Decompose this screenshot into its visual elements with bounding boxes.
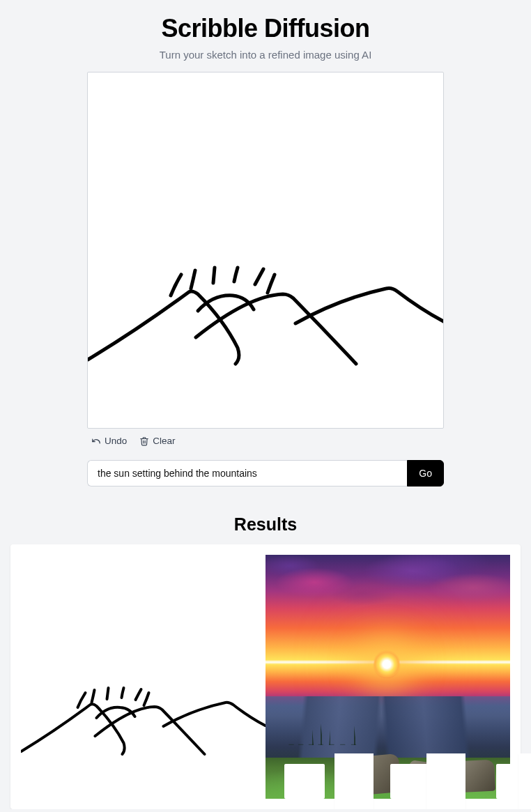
- clear-button[interactable]: Clear: [139, 436, 175, 446]
- thumbnail[interactable]: [426, 753, 465, 809]
- prompt-input[interactable]: [87, 460, 407, 487]
- undo-label: Undo: [105, 436, 127, 446]
- undo-button[interactable]: Undo: [91, 436, 127, 446]
- thumbnail[interactable]: [334, 753, 374, 809]
- canvas-actions: Undo Clear: [84, 429, 447, 446]
- result-sketch: [21, 555, 266, 799]
- page-title: Scribble Diffusion: [84, 14, 447, 43]
- thumbnail[interactable]: [284, 764, 325, 799]
- thumbnail[interactable]: [518, 753, 531, 809]
- prompt-row: Go: [87, 460, 444, 487]
- sketch-drawing: [88, 72, 444, 429]
- go-button[interactable]: Go: [407, 460, 444, 487]
- clear-label: Clear: [153, 436, 175, 446]
- result-sketch-drawing: [21, 555, 266, 799]
- trash-icon: [139, 436, 149, 446]
- page-subtitle: Turn your sketch into a refined image us…: [84, 49, 447, 61]
- sketch-canvas[interactable]: [87, 72, 444, 429]
- overflow-thumbnails: [334, 753, 531, 809]
- results-heading: Results: [0, 514, 531, 535]
- undo-icon: [91, 436, 101, 446]
